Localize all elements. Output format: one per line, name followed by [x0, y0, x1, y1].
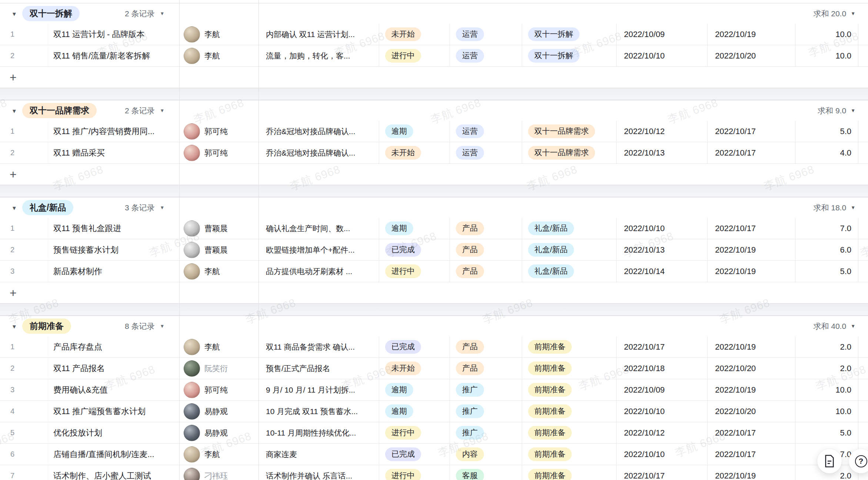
status-cell[interactable]: 进行中	[379, 422, 450, 443]
group-tag-cell[interactable]: 前期准备	[522, 379, 617, 400]
task-title-cell[interactable]: 双11 推广端预售蓄水计划	[48, 401, 179, 422]
end-date-cell[interactable]: 2022/10/20	[708, 358, 795, 379]
table-row[interactable]: 1双11 运营计划 - 品牌版本李航内部确认 双11 运营计划...未开始运营双…	[0, 24, 868, 45]
start-date-cell[interactable]: 2022/10/12	[617, 422, 708, 443]
status-cell[interactable]: 已完成	[379, 239, 450, 260]
start-date-cell[interactable]: 2022/10/14	[617, 261, 708, 282]
task-title-cell[interactable]: 产品库存盘点	[48, 336, 179, 357]
description-cell[interactable]: 流量，加购，转化，客...	[258, 45, 379, 66]
status-cell[interactable]: 进行中	[379, 465, 450, 480]
start-date-cell[interactable]: 2022/10/10	[617, 45, 708, 66]
value-cell[interactable]: 6.0	[795, 239, 858, 260]
task-title-cell[interactable]: 店铺自播/直播间机制/连麦...	[48, 444, 179, 465]
description-cell[interactable]: 双11 商品备货需求 确认...	[258, 336, 379, 357]
record-detail-button[interactable]	[817, 449, 842, 473]
task-title-cell[interactable]: 双11 运营计划 - 品牌版本	[48, 24, 179, 45]
group-name-pill[interactable]: 礼盒/新品	[22, 200, 73, 216]
start-date-cell[interactable]: 2022/10/18	[617, 358, 708, 379]
value-cell[interactable]: 2.0	[795, 336, 858, 357]
value-cell[interactable]: 7.0	[795, 218, 858, 239]
person-cell[interactable]: 李航	[179, 336, 258, 357]
status-cell[interactable]: 未开始	[379, 142, 450, 163]
table-row[interactable]: 2双11 销售/流量/新老客拆解李航流量，加购，转化，客...进行中运营双十一拆…	[0, 45, 868, 67]
status-cell[interactable]: 未开始	[379, 24, 450, 45]
end-date-cell[interactable]: 2022/10/19	[708, 24, 795, 45]
task-title-cell[interactable]: 双11 赠品采买	[48, 142, 179, 163]
person-cell[interactable]: 李航	[179, 444, 258, 465]
collapse-triangle-icon[interactable]: ▼	[11, 204, 17, 211]
group-tag-cell[interactable]: 前期准备	[522, 401, 617, 422]
plus-icon[interactable]: +	[10, 169, 17, 180]
department-cell[interactable]: 推广	[450, 422, 522, 443]
person-cell[interactable]: 郭可纯	[179, 379, 258, 400]
department-cell[interactable]: 内容	[450, 444, 522, 465]
task-title-cell[interactable]: 话术制作、店小蜜人工测试	[48, 465, 179, 480]
add-record-row[interactable]: +	[0, 282, 868, 304]
group-tag-cell[interactable]: 礼盒/新品	[522, 239, 617, 260]
add-record-row[interactable]: +	[0, 164, 868, 185]
table-row[interactable]: 2双11 赠品采买郭可纯乔治&冠地对接品牌确认...未开始运营双十一品牌需求20…	[0, 142, 868, 164]
start-date-cell[interactable]: 2022/10/10	[617, 444, 708, 465]
group-tag-cell[interactable]: 前期准备	[522, 444, 617, 465]
department-cell[interactable]: 产品	[450, 218, 522, 239]
start-date-cell[interactable]: 2022/10/13	[617, 239, 708, 260]
start-date-cell[interactable]: 2022/10/13	[617, 142, 708, 163]
value-cell[interactable]: 5.0	[795, 261, 858, 282]
end-date-cell[interactable]: 2022/10/19	[708, 379, 795, 400]
description-cell[interactable]: 商家连麦	[258, 444, 379, 465]
task-title-cell[interactable]: 双11 预售礼盒跟进	[48, 218, 179, 239]
department-cell[interactable]: 推广	[450, 379, 522, 400]
start-date-cell[interactable]: 2022/10/10	[617, 218, 708, 239]
department-cell[interactable]: 产品	[450, 239, 522, 260]
status-cell[interactable]: 进行中	[379, 45, 450, 66]
end-date-cell[interactable]: 2022/10/17	[708, 218, 795, 239]
description-cell[interactable]: 9 月/ 10 月/ 11 月计划拆...	[258, 379, 379, 400]
description-cell[interactable]: 10 月完成 双11 预售蓄水...	[258, 401, 379, 422]
status-cell[interactable]: 逾期	[379, 121, 450, 142]
start-date-cell[interactable]: 2022/10/17	[617, 336, 708, 357]
end-date-cell[interactable]: 2022/10/19	[708, 465, 795, 480]
department-cell[interactable]: 产品	[450, 358, 522, 379]
end-date-cell[interactable]: 2022/10/17	[708, 121, 795, 142]
task-title-cell[interactable]: 费用确认&充值	[48, 379, 179, 400]
value-cell[interactable]: 5.0	[795, 121, 858, 142]
group-tag-cell[interactable]: 前期准备	[522, 422, 617, 443]
add-record-row[interactable]: +	[0, 67, 868, 88]
end-date-cell[interactable]: 2022/10/19	[708, 239, 795, 260]
table-row[interactable]: 7话术制作、店小蜜人工测试刁祎珏话术制作并确认 乐言话...进行中客服前期准备2…	[0, 465, 868, 480]
group-sum[interactable]: 求和 20.0▼	[813, 9, 855, 19]
task-title-cell[interactable]: 优化投放计划	[48, 422, 179, 443]
value-cell[interactable]: 10.0	[795, 401, 858, 422]
record-count[interactable]: 3 条记录▼	[125, 203, 164, 213]
status-cell[interactable]: 已完成	[379, 444, 450, 465]
status-cell[interactable]: 逾期	[379, 401, 450, 422]
description-cell[interactable]: 乔治&冠地对接品牌确认...	[258, 142, 379, 163]
description-cell[interactable]: 预售/正式产品报名	[258, 358, 379, 379]
department-cell[interactable]: 运营	[450, 121, 522, 142]
description-cell[interactable]: 确认礼盒生产时间、数...	[258, 218, 379, 239]
person-cell[interactable]: 易静观	[179, 401, 258, 422]
end-date-cell[interactable]: 2022/10/17	[708, 422, 795, 443]
start-date-cell[interactable]: 2022/10/09	[617, 24, 708, 45]
table-row[interactable]: 3费用确认&充值郭可纯9 月/ 10 月/ 11 月计划拆...逾期推广前期准备…	[0, 379, 868, 401]
group-tag-cell[interactable]: 礼盒/新品	[522, 218, 617, 239]
group-tag-cell[interactable]: 前期准备	[522, 465, 617, 480]
table-row[interactable]: 6店铺自播/直播间机制/连麦...李航商家连麦已完成内容前期准备2022/10/…	[0, 444, 868, 465]
table-row[interactable]: 4双11 推广端预售蓄水计划易静观10 月完成 双11 预售蓄水...逾期推广前…	[0, 401, 868, 422]
plus-icon[interactable]: +	[10, 71, 17, 83]
table-row[interactable]: 1产品库存盘点李航双11 商品备货需求 确认...已完成产品前期准备2022/1…	[0, 336, 868, 358]
person-cell[interactable]: 李航	[179, 45, 258, 66]
value-cell[interactable]: 10.0	[795, 24, 858, 45]
task-title-cell[interactable]: 双11 推广/内容营销费用同...	[48, 121, 179, 142]
end-date-cell[interactable]: 2022/10/20	[708, 45, 795, 66]
start-date-cell[interactable]: 2022/10/17	[617, 465, 708, 480]
record-count[interactable]: 8 条记录▼	[125, 321, 164, 331]
collapse-triangle-icon[interactable]: ▼	[11, 107, 17, 114]
department-cell[interactable]: 运营	[450, 24, 522, 45]
group-name-pill[interactable]: 双十一品牌需求	[22, 103, 97, 119]
task-title-cell[interactable]: 双11 产品报名	[48, 358, 179, 379]
status-cell[interactable]: 已完成	[379, 336, 450, 357]
person-cell[interactable]: 曹颖晨	[179, 239, 258, 260]
start-date-cell[interactable]: 2022/10/09	[617, 379, 708, 400]
start-date-cell[interactable]: 2022/10/10	[617, 401, 708, 422]
